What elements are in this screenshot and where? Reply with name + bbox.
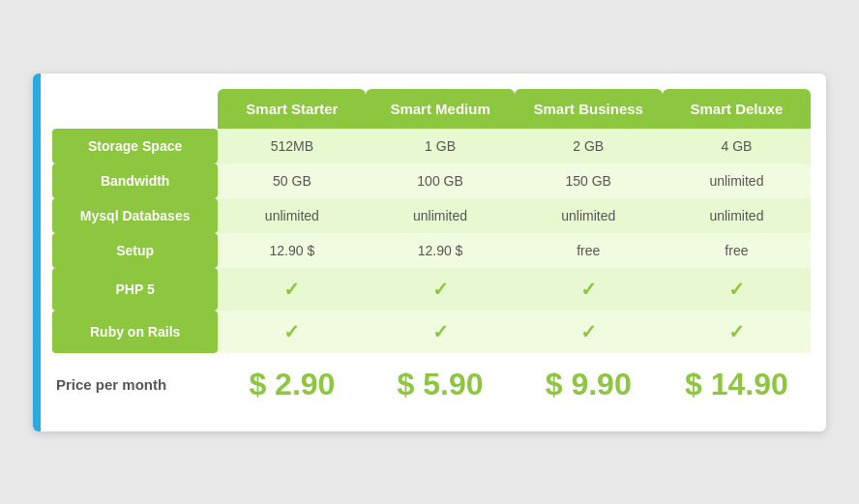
price-label: Price per month	[52, 353, 218, 416]
row-cell: 2 GB	[515, 129, 663, 163]
table-row: Mysql Databasesunlimitedunlimitedunlimit…	[52, 198, 811, 233]
header-smart-deluxe: Smart Deluxe	[663, 89, 811, 129]
row-label: Storage Space	[52, 129, 218, 163]
row-cell: 12.90 $	[366, 233, 514, 268]
row-label: Ruby on Rails	[52, 311, 218, 353]
row-cell: 512MB	[218, 129, 366, 163]
header-smart-business: Smart Business	[515, 89, 663, 129]
pricing-table: Smart Starter Smart Medium Smart Busines…	[52, 89, 811, 416]
table-row: Ruby on Rails✓✓✓✓	[52, 311, 811, 353]
row-label: Setup	[52, 233, 218, 268]
row-cell: 50 GB	[218, 163, 366, 198]
row-cell: unlimited	[218, 198, 366, 233]
table-row: Setup12.90 $12.90 $freefree	[52, 233, 811, 268]
header-smart-starter: Smart Starter	[218, 89, 366, 129]
row-cell: free	[515, 233, 663, 268]
row-label: Mysql Databases	[52, 198, 218, 233]
row-cell: ✓	[218, 268, 366, 311]
header-smart-medium: Smart Medium	[366, 89, 514, 129]
price-business: $ 9.90	[515, 353, 663, 416]
row-cell: ✓	[366, 268, 514, 311]
row-cell: 12.90 $	[218, 233, 366, 268]
price-medium: $ 5.90	[366, 353, 514, 416]
row-cell: 100 GB	[366, 163, 514, 198]
table-row: Bandwidth50 GB100 GB150 GBunlimited	[52, 163, 811, 198]
row-cell: 150 GB	[515, 163, 663, 198]
row-cell: ✓	[663, 268, 811, 311]
accent-bar	[33, 74, 41, 431]
row-cell: free	[663, 233, 811, 268]
row-cell: 4 GB	[663, 129, 811, 163]
row-label: Bandwidth	[52, 163, 218, 198]
price-starter: $ 2.90	[218, 353, 366, 416]
table-row: Storage Space512MB1 GB2 GB4 GB	[52, 129, 811, 163]
row-cell: unlimited	[663, 198, 811, 233]
row-cell: unlimited	[515, 198, 663, 233]
row-cell: ✓	[515, 311, 663, 353]
row-cell: ✓	[366, 311, 514, 353]
row-cell: 1 GB	[366, 129, 514, 163]
row-cell: unlimited	[366, 198, 514, 233]
row-cell: ✓	[218, 311, 366, 353]
row-cell: unlimited	[663, 163, 811, 198]
row-cell: ✓	[515, 268, 663, 311]
header-empty	[52, 89, 218, 129]
row-cell: ✓	[663, 311, 811, 353]
table-wrapper: Smart Starter Smart Medium Smart Busines…	[41, 74, 826, 431]
pricing-card: Smart Starter Smart Medium Smart Busines…	[33, 74, 826, 431]
row-label: PHP 5	[52, 268, 218, 311]
table-row: PHP 5✓✓✓✓	[52, 268, 811, 311]
price-deluxe: $ 14.90	[663, 353, 811, 416]
